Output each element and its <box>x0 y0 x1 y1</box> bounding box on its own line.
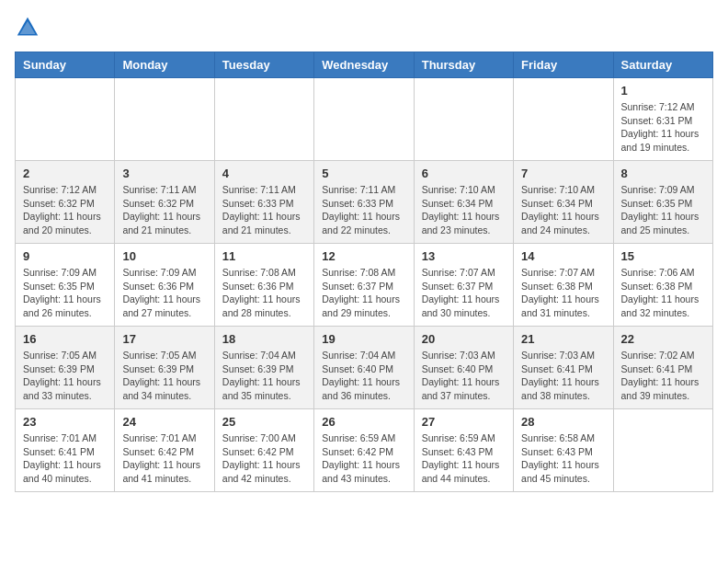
day-info: Sunrise: 7:05 AM Sunset: 6:39 PM Dayligh… <box>23 349 107 403</box>
calendar-cell: 7Sunrise: 7:10 AM Sunset: 6:34 PM Daylig… <box>514 161 613 244</box>
calendar-cell: 24Sunrise: 7:01 AM Sunset: 6:42 PM Dayli… <box>115 409 214 492</box>
day-info: Sunrise: 7:02 AM Sunset: 6:41 PM Dayligh… <box>621 349 705 403</box>
day-number: 15 <box>621 249 705 263</box>
calendar-week-row: 23Sunrise: 7:01 AM Sunset: 6:41 PM Dayli… <box>16 409 713 492</box>
calendar-cell: 28Sunrise: 6:58 AM Sunset: 6:43 PM Dayli… <box>514 409 613 492</box>
calendar-cell: 11Sunrise: 7:08 AM Sunset: 6:36 PM Dayli… <box>214 244 313 327</box>
day-number: 3 <box>122 167 206 180</box>
calendar-week-row: 9Sunrise: 7:09 AM Sunset: 6:35 PM Daylig… <box>16 244 713 327</box>
day-info: Sunrise: 7:03 AM Sunset: 6:40 PM Dayligh… <box>422 349 506 403</box>
calendar-week-row: 1Sunrise: 7:12 AM Sunset: 6:31 PM Daylig… <box>16 78 713 161</box>
day-info: Sunrise: 7:08 AM Sunset: 6:36 PM Dayligh… <box>222 266 306 320</box>
calendar-cell: 5Sunrise: 7:11 AM Sunset: 6:33 PM Daylig… <box>314 161 414 244</box>
calendar-week-row: 2Sunrise: 7:12 AM Sunset: 6:32 PM Daylig… <box>16 161 713 244</box>
calendar-cell: 1Sunrise: 7:12 AM Sunset: 6:31 PM Daylig… <box>613 78 712 161</box>
day-info: Sunrise: 6:58 AM Sunset: 6:43 PM Dayligh… <box>521 431 605 486</box>
calendar-cell: 3Sunrise: 7:11 AM Sunset: 6:32 PM Daylig… <box>115 161 214 244</box>
day-info: Sunrise: 7:09 AM Sunset: 6:35 PM Dayligh… <box>23 266 107 320</box>
calendar-cell: 17Sunrise: 7:05 AM Sunset: 6:39 PM Dayli… <box>115 327 214 409</box>
day-info: Sunrise: 7:11 AM Sunset: 6:33 PM Dayligh… <box>322 183 405 237</box>
day-number: 25 <box>222 415 306 429</box>
calendar-cell: 22Sunrise: 7:02 AM Sunset: 6:41 PM Dayli… <box>613 327 712 409</box>
day-number: 22 <box>621 332 705 346</box>
day-of-week-header: Sunday <box>16 52 115 78</box>
day-number: 14 <box>521 249 605 263</box>
day-info: Sunrise: 7:08 AM Sunset: 6:37 PM Dayligh… <box>322 266 405 320</box>
day-of-week-header: Thursday <box>414 52 513 78</box>
day-info: Sunrise: 7:07 AM Sunset: 6:37 PM Dayligh… <box>422 266 506 320</box>
calendar-cell: 10Sunrise: 7:09 AM Sunset: 6:36 PM Dayli… <box>115 244 214 327</box>
day-number: 19 <box>322 332 405 346</box>
day-number: 20 <box>422 332 506 346</box>
calendar-cell: 13Sunrise: 7:07 AM Sunset: 6:37 PM Dayli… <box>414 244 513 327</box>
day-number: 2 <box>23 167 107 180</box>
day-number: 4 <box>222 167 306 180</box>
day-info: Sunrise: 7:03 AM Sunset: 6:41 PM Dayligh… <box>521 349 605 403</box>
calendar-cell <box>16 78 115 161</box>
day-number: 11 <box>222 249 306 263</box>
calendar-cell <box>514 78 613 161</box>
day-number: 9 <box>23 249 107 263</box>
logo-icon <box>15 15 40 40</box>
logo <box>15 15 44 40</box>
calendar-cell: 4Sunrise: 7:11 AM Sunset: 6:33 PM Daylig… <box>214 161 313 244</box>
calendar-cell <box>414 78 513 161</box>
calendar-cell <box>314 78 414 161</box>
calendar-week-row: 16Sunrise: 7:05 AM Sunset: 6:39 PM Dayli… <box>16 327 713 409</box>
day-info: Sunrise: 7:12 AM Sunset: 6:31 PM Dayligh… <box>621 100 705 155</box>
day-info: Sunrise: 6:59 AM Sunset: 6:42 PM Dayligh… <box>322 431 405 486</box>
calendar-cell <box>115 78 214 161</box>
day-number: 23 <box>23 415 107 429</box>
day-number: 24 <box>122 415 206 429</box>
day-number: 26 <box>322 415 405 429</box>
day-info: Sunrise: 7:11 AM Sunset: 6:33 PM Dayligh… <box>222 183 306 237</box>
calendar-cell: 26Sunrise: 6:59 AM Sunset: 6:42 PM Dayli… <box>314 409 414 492</box>
calendar-cell: 15Sunrise: 7:06 AM Sunset: 6:38 PM Dayli… <box>613 244 712 327</box>
day-info: Sunrise: 7:00 AM Sunset: 6:42 PM Dayligh… <box>222 431 306 486</box>
day-number: 5 <box>322 167 405 180</box>
calendar-cell: 8Sunrise: 7:09 AM Sunset: 6:35 PM Daylig… <box>613 161 712 244</box>
calendar-cell <box>214 78 313 161</box>
day-info: Sunrise: 7:10 AM Sunset: 6:34 PM Dayligh… <box>521 183 605 237</box>
day-number: 7 <box>521 167 605 180</box>
day-number: 12 <box>322 249 405 263</box>
day-number: 10 <box>122 249 206 263</box>
day-number: 8 <box>621 167 705 180</box>
page-header <box>15 15 713 40</box>
day-number: 28 <box>521 415 605 429</box>
calendar-cell: 23Sunrise: 7:01 AM Sunset: 6:41 PM Dayli… <box>16 409 115 492</box>
day-info: Sunrise: 7:09 AM Sunset: 6:36 PM Dayligh… <box>122 266 206 320</box>
calendar-cell: 27Sunrise: 6:59 AM Sunset: 6:43 PM Dayli… <box>414 409 513 492</box>
calendar-cell: 14Sunrise: 7:07 AM Sunset: 6:38 PM Dayli… <box>514 244 613 327</box>
day-info: Sunrise: 7:04 AM Sunset: 6:40 PM Dayligh… <box>322 349 405 403</box>
day-number: 1 <box>621 84 705 98</box>
calendar-cell: 18Sunrise: 7:04 AM Sunset: 6:39 PM Dayli… <box>214 327 313 409</box>
day-of-week-header: Wednesday <box>314 52 414 78</box>
day-info: Sunrise: 7:11 AM Sunset: 6:32 PM Dayligh… <box>122 183 206 237</box>
calendar-cell: 6Sunrise: 7:10 AM Sunset: 6:34 PM Daylig… <box>414 161 513 244</box>
day-info: Sunrise: 7:01 AM Sunset: 6:41 PM Dayligh… <box>23 431 107 486</box>
day-of-week-header: Friday <box>514 52 613 78</box>
calendar-cell: 25Sunrise: 7:00 AM Sunset: 6:42 PM Dayli… <box>214 409 313 492</box>
day-info: Sunrise: 7:09 AM Sunset: 6:35 PM Dayligh… <box>621 183 705 237</box>
day-number: 17 <box>122 332 206 346</box>
calendar-header-row: SundayMondayTuesdayWednesdayThursdayFrid… <box>16 52 713 78</box>
day-number: 16 <box>23 332 107 346</box>
calendar-cell <box>613 409 712 492</box>
calendar-cell: 16Sunrise: 7:05 AM Sunset: 6:39 PM Dayli… <box>16 327 115 409</box>
calendar-cell: 2Sunrise: 7:12 AM Sunset: 6:32 PM Daylig… <box>16 161 115 244</box>
day-info: Sunrise: 7:06 AM Sunset: 6:38 PM Dayligh… <box>621 266 705 320</box>
day-info: Sunrise: 6:59 AM Sunset: 6:43 PM Dayligh… <box>422 431 506 486</box>
day-of-week-header: Monday <box>115 52 214 78</box>
day-info: Sunrise: 7:12 AM Sunset: 6:32 PM Dayligh… <box>23 183 107 237</box>
day-info: Sunrise: 7:04 AM Sunset: 6:39 PM Dayligh… <box>222 349 306 403</box>
day-number: 21 <box>521 332 605 346</box>
day-number: 6 <box>422 167 506 180</box>
day-info: Sunrise: 7:07 AM Sunset: 6:38 PM Dayligh… <box>521 266 605 320</box>
calendar-cell: 9Sunrise: 7:09 AM Sunset: 6:35 PM Daylig… <box>16 244 115 327</box>
day-number: 27 <box>422 415 506 429</box>
day-info: Sunrise: 7:10 AM Sunset: 6:34 PM Dayligh… <box>422 183 506 237</box>
day-number: 13 <box>422 249 506 263</box>
day-of-week-header: Tuesday <box>214 52 313 78</box>
calendar-cell: 21Sunrise: 7:03 AM Sunset: 6:41 PM Dayli… <box>514 327 613 409</box>
